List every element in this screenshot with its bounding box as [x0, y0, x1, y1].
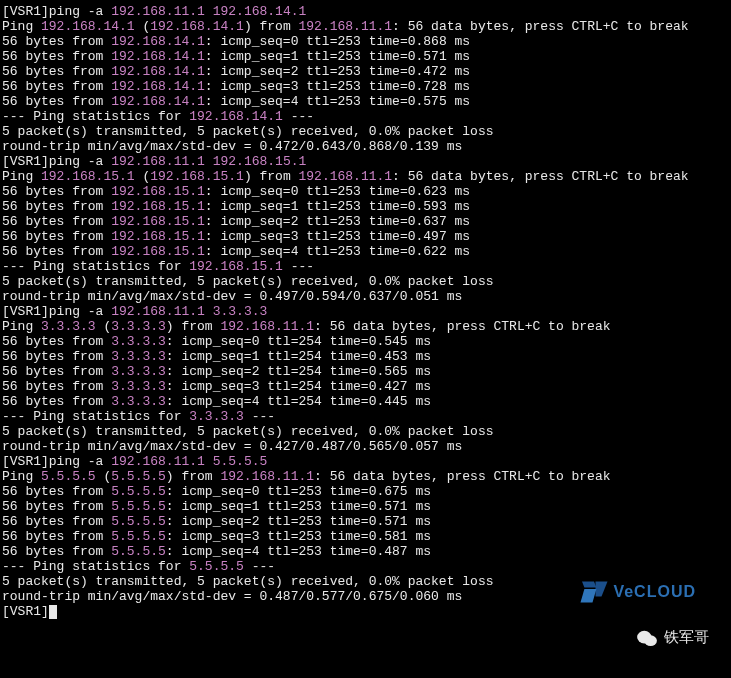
- terminal-line: 56 bytes from 3.3.3.3: icmp_seq=3 ttl=25…: [2, 379, 729, 394]
- terminal-line: [VSR1]ping -a 192.168.11.1 3.3.3.3: [2, 304, 729, 319]
- brand-text: VeCLOUD: [613, 583, 696, 601]
- terminal-line: round-trip min/avg/max/std-dev = 0.427/0…: [2, 439, 729, 454]
- terminal-line: 56 bytes from 192.168.15.1: icmp_seq=2 t…: [2, 214, 729, 229]
- terminal-line: 5 packet(s) transmitted, 5 packet(s) rec…: [2, 124, 729, 139]
- terminal-line: 56 bytes from 5.5.5.5: icmp_seq=2 ttl=25…: [2, 514, 729, 529]
- terminal-line: 56 bytes from 192.168.14.1: icmp_seq=3 t…: [2, 79, 729, 94]
- svg-point-4: [644, 635, 657, 646]
- terminal-line: 56 bytes from 192.168.15.1: icmp_seq=3 t…: [2, 229, 729, 244]
- terminal-line: 5 packet(s) transmitted, 5 packet(s) rec…: [2, 274, 729, 289]
- author-text: 铁军哥: [664, 628, 709, 647]
- watermark-brand: VeCLOUD: [579, 577, 696, 607]
- terminal-line: 56 bytes from 3.3.3.3: icmp_seq=0 ttl=25…: [2, 334, 729, 349]
- brand-logo-icon: [579, 577, 609, 607]
- terminal-line: --- Ping statistics for 192.168.15.1 ---: [2, 259, 729, 274]
- terminal-line: 56 bytes from 3.3.3.3: icmp_seq=4 ttl=25…: [2, 394, 729, 409]
- terminal-line: Ping 5.5.5.5 (5.5.5.5) from 192.168.11.1…: [2, 469, 729, 484]
- terminal-line: Ping 192.168.14.1 (192.168.14.1) from 19…: [2, 19, 729, 34]
- terminal-line: 56 bytes from 3.3.3.3: icmp_seq=1 ttl=25…: [2, 349, 729, 364]
- svg-marker-2: [581, 589, 597, 603]
- terminal-line: [VSR1]ping -a 192.168.11.1 192.168.14.1: [2, 4, 729, 19]
- terminal-line: 56 bytes from 5.5.5.5: icmp_seq=0 ttl=25…: [2, 484, 729, 499]
- terminal-line: Ping 3.3.3.3 (3.3.3.3) from 192.168.11.1…: [2, 319, 729, 334]
- svg-marker-0: [582, 582, 596, 588]
- terminal-line: 56 bytes from 5.5.5.5: icmp_seq=3 ttl=25…: [2, 529, 729, 544]
- wechat-icon: [636, 629, 658, 647]
- watermark-author: 铁军哥: [636, 628, 709, 647]
- terminal-line: 56 bytes from 3.3.3.3: icmp_seq=2 ttl=25…: [2, 364, 729, 379]
- terminal-line: --- Ping statistics for 3.3.3.3 ---: [2, 409, 729, 424]
- terminal-line: [VSR1]ping -a 192.168.11.1 5.5.5.5: [2, 454, 729, 469]
- terminal-line: 56 bytes from 192.168.15.1: icmp_seq=0 t…: [2, 184, 729, 199]
- terminal-line: round-trip min/avg/max/std-dev = 0.472/0…: [2, 139, 729, 154]
- terminal-line: 56 bytes from 192.168.14.1: icmp_seq=0 t…: [2, 34, 729, 49]
- terminal-line: round-trip min/avg/max/std-dev = 0.497/0…: [2, 289, 729, 304]
- terminal-line: 56 bytes from 192.168.15.1: icmp_seq=4 t…: [2, 244, 729, 259]
- terminal-line: [VSR1]ping -a 192.168.11.1 192.168.15.1: [2, 154, 729, 169]
- terminal-line: 5 packet(s) transmitted, 5 packet(s) rec…: [2, 424, 729, 439]
- terminal-line: 56 bytes from 192.168.14.1: icmp_seq=4 t…: [2, 94, 729, 109]
- terminal-line: 56 bytes from 5.5.5.5: icmp_seq=4 ttl=25…: [2, 544, 729, 559]
- cursor: [49, 605, 57, 619]
- svg-marker-1: [596, 582, 608, 597]
- terminal-line: 56 bytes from 192.168.14.1: icmp_seq=2 t…: [2, 64, 729, 79]
- terminal-output[interactable]: [VSR1]ping -a 192.168.11.1 192.168.14.1P…: [0, 0, 731, 623]
- terminal-line: --- Ping statistics for 5.5.5.5 ---: [2, 559, 729, 574]
- terminal-line: 56 bytes from 192.168.14.1: icmp_seq=1 t…: [2, 49, 729, 64]
- terminal-line: 56 bytes from 5.5.5.5: icmp_seq=1 ttl=25…: [2, 499, 729, 514]
- terminal-line: --- Ping statistics for 192.168.14.1 ---: [2, 109, 729, 124]
- terminal-line: Ping 192.168.15.1 (192.168.15.1) from 19…: [2, 169, 729, 184]
- terminal-line: 56 bytes from 192.168.15.1: icmp_seq=1 t…: [2, 199, 729, 214]
